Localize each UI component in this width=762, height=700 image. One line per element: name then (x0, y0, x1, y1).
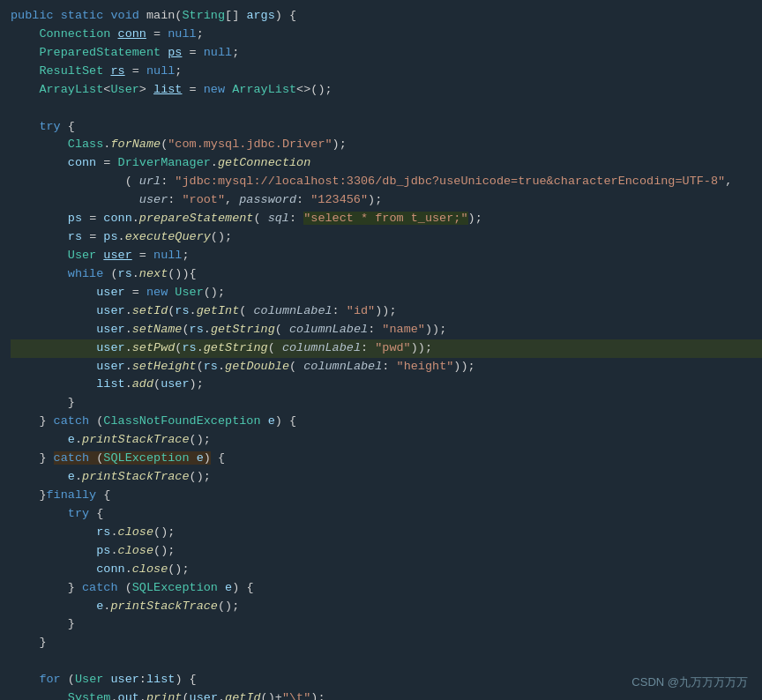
code-content: public static void main(String[] args) {… (11, 7, 762, 700)
watermark: CSDN @九万万万万万 (631, 674, 748, 691)
code-container: public static void main(String[] args) {… (0, 0, 762, 700)
